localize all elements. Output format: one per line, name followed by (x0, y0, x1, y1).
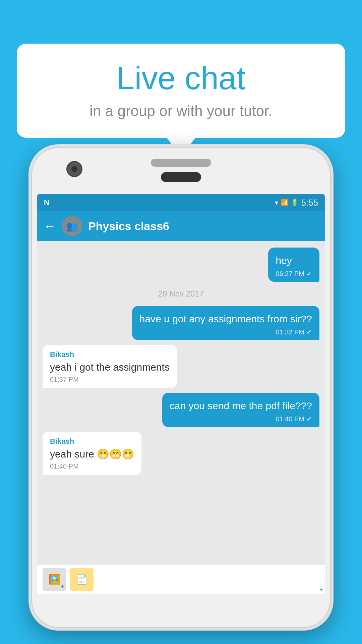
status-left: N (44, 198, 49, 207)
phone-frame: N ▾ 📶 🔋 5:55 ← 👥 Physics class6 (28, 144, 334, 631)
msg-text-5: yeah sure 😁😁😁 (50, 447, 134, 461)
status-time: 5:55 (301, 198, 318, 208)
msg-sender-1: Bikash (50, 350, 170, 359)
side-button-left (28, 254, 30, 274)
msg-meta-3: 01:40 PM ✓ (170, 415, 312, 423)
document-attach-button[interactable]: 📄 + (70, 568, 94, 591)
msg-time-4: 01:40 PM (276, 415, 304, 423)
msg-text-3: yeah i got the assignments (50, 360, 170, 374)
chat-area: hey 06:27 PM ✓ 29 Nov 2017 have u got an… (37, 241, 325, 564)
phone-screen: N ▾ 📶 🔋 5:55 ← 👥 Physics class6 (37, 194, 325, 594)
message-in-1: Bikash yeah i got the assignments 01:37 … (43, 345, 177, 388)
message-out-3: can you send me the pdf file??? 01:40 PM… (162, 393, 319, 427)
side-button-right (332, 254, 334, 284)
phone-camera (66, 161, 82, 177)
document-icon: 📄 (76, 574, 88, 585)
image-attach-button[interactable]: 🖼️ + (43, 568, 66, 591)
msg-time-2: 01:32 PM (276, 328, 304, 336)
add-icon: + (61, 583, 64, 589)
notification-icon: N (44, 198, 49, 207)
message-out-2: have u got any assignments from sir?? 01… (132, 306, 319, 340)
status-bar: N ▾ 📶 🔋 5:55 (37, 194, 325, 211)
phone-speaker (151, 159, 211, 167)
group-avatar: 👥 (62, 216, 82, 236)
status-right: ▾ 📶 🔋 5:55 (275, 198, 318, 208)
msg-meta-2: 01:32 PM ✓ (139, 328, 312, 336)
bottom-bar: 🖼️ + 📄 + (37, 564, 325, 594)
speech-bubble: Live chat in a group or with your tutor. (17, 44, 345, 138)
msg-text-2: have u got any assignments from sir?? (139, 312, 312, 326)
bubble-subtitle: in a group or with your tutor. (37, 103, 325, 119)
image-icon: 🖼️ (49, 574, 60, 585)
group-avatar-icon: 👥 (66, 221, 78, 232)
msg-time-3: 01:37 PM (50, 376, 170, 383)
wifi-icon: ▾ (275, 199, 278, 207)
bubble-title: Live chat (37, 60, 325, 96)
msg-tick-1: ✓ (306, 270, 312, 278)
chat-title: Physics class6 (88, 220, 169, 233)
msg-time-5: 01:40 PM (50, 463, 134, 470)
msg-sender-2: Bikash (50, 437, 134, 446)
msg-time-1: 06:27 PM (276, 270, 304, 278)
date-divider: 29 Nov 2017 (43, 289, 319, 299)
battery-icon: 🔋 (291, 199, 298, 206)
msg-text-1: hey (276, 254, 312, 268)
message-out-1: hey 06:27 PM ✓ (268, 248, 319, 282)
add-doc-icon: + (320, 586, 323, 592)
msg-tick-3: ✓ (306, 415, 312, 423)
phone-earpiece (161, 172, 201, 182)
msg-tick-2: ✓ (306, 328, 312, 336)
msg-text-4: can you send me the pdf file??? (170, 399, 312, 413)
back-button[interactable]: ← (44, 219, 56, 233)
signal-icon: 📶 (281, 199, 288, 206)
msg-meta-1: 06:27 PM ✓ (276, 270, 312, 278)
message-in-2: Bikash yeah sure 😁😁😁 01:40 PM (43, 432, 141, 475)
app-toolbar: ← 👥 Physics class6 (37, 211, 325, 241)
